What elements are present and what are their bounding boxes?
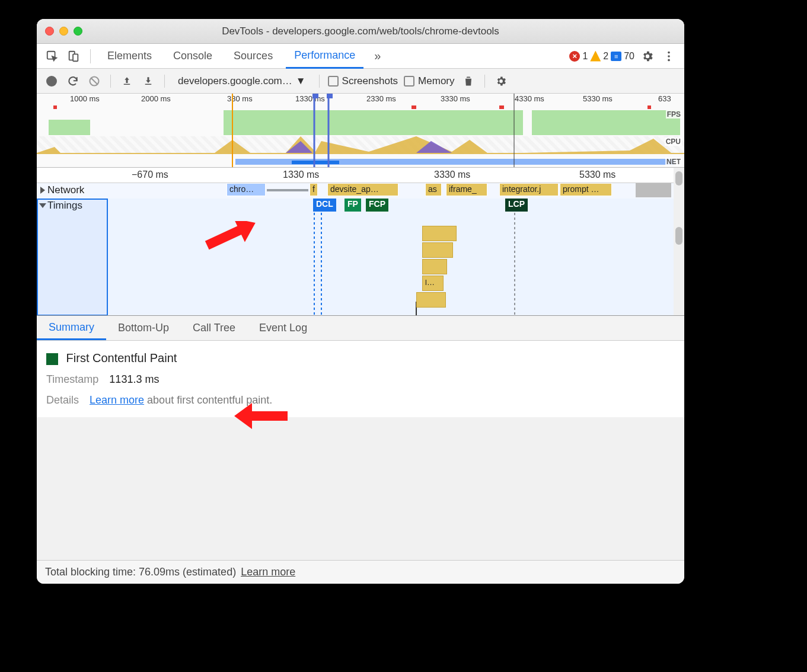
- tab-elements[interactable]: Elements: [99, 44, 160, 69]
- network-gap: [267, 189, 308, 191]
- svg-rect-13: [53, 105, 57, 109]
- network-item[interactable]: iframe_: [446, 183, 487, 196]
- timings-track[interactable]: Timings DCL FP FCP LCP l…: [37, 199, 674, 315]
- flame-scrollbar[interactable]: [674, 168, 684, 315]
- svg-rect-10: [49, 120, 90, 135]
- screenshots-checkbox[interactable]: Screenshots: [328, 75, 398, 87]
- long-task-bar[interactable]: l…: [422, 276, 444, 291]
- empty-area: [37, 417, 684, 560]
- load-profile-icon[interactable]: [119, 73, 135, 89]
- summary-pane: First Contentful Paint Timestamp 1131.3 …: [37, 341, 684, 417]
- svg-point-3: [668, 51, 670, 53]
- long-task-bar[interactable]: [422, 242, 453, 258]
- tab-performance[interactable]: Performance: [286, 44, 363, 69]
- svg-rect-12: [532, 110, 680, 135]
- error-icon: ×: [569, 51, 580, 62]
- long-task-bar[interactable]: [416, 292, 446, 308]
- message-count: 70: [624, 51, 634, 62]
- tabs-overflow-button[interactable]: »: [368, 44, 387, 69]
- window-title: DevTools - developers.google.com/web/too…: [37, 25, 684, 37]
- tab-sources[interactable]: Sources: [225, 44, 281, 69]
- save-profile-icon[interactable]: [141, 73, 156, 89]
- overview-timeline[interactable]: 1000 ms 2000 ms 330 ms 1330 ms 2330 ms 3…: [37, 94, 684, 168]
- svg-rect-11: [224, 110, 523, 135]
- footer-learn-more-link[interactable]: Learn more: [241, 566, 295, 578]
- timestamp-value: 1131.3 ms: [109, 373, 159, 386]
- svg-rect-8: [124, 84, 130, 85]
- summary-title-row: First Contentful Paint: [46, 351, 675, 365]
- overview-fps-label: FPS: [666, 110, 682, 119]
- scrollbar-thumb[interactable]: [675, 227, 682, 245]
- marker-fcp[interactable]: FCP: [366, 199, 388, 212]
- svg-rect-21: [312, 94, 318, 98]
- selection-outline: [37, 199, 108, 316]
- network-track-label[interactable]: Network: [37, 183, 108, 197]
- network-item[interactable]: integrator.j: [499, 183, 559, 196]
- inspect-element-icon[interactable]: [44, 48, 60, 65]
- record-button[interactable]: [44, 73, 59, 89]
- window-titlebar: DevTools - developers.google.com/web/too…: [37, 19, 684, 44]
- minimize-window-button[interactable]: [59, 27, 68, 36]
- svg-point-4: [668, 55, 670, 57]
- network-item[interactable]: f: [310, 183, 318, 196]
- svg-rect-15: [499, 105, 504, 109]
- fcp-legend-swatch: [46, 353, 58, 365]
- svg-rect-2: [73, 54, 78, 61]
- summary-title: First Contentful Paint: [66, 351, 177, 364]
- svg-rect-22: [327, 94, 333, 98]
- learn-more-link[interactable]: Learn more: [90, 394, 144, 406]
- flame-ruler: −670 ms 1330 ms 3330 ms 5330 ms: [37, 168, 674, 183]
- marker-lcp[interactable]: LCP: [505, 199, 528, 212]
- expand-icon: [40, 187, 45, 194]
- overview-cpu-label: CPU: [665, 137, 682, 146]
- capture-settings-gear-icon[interactable]: [493, 73, 509, 89]
- scrollbar-thumb[interactable]: [675, 171, 682, 185]
- settings-gear-icon[interactable]: [639, 48, 656, 65]
- timestamp-row: Timestamp 1131.3 ms: [46, 373, 675, 386]
- network-track[interactable]: Network chro… f devsite_ap… as iframe_ i…: [37, 183, 674, 199]
- collect-garbage-icon[interactable]: [461, 73, 476, 89]
- network-item[interactable]: prompt …: [560, 183, 612, 196]
- chevron-down-icon: ▼: [296, 75, 306, 87]
- marker-dcl[interactable]: DCL: [313, 199, 336, 212]
- devtools-window: DevTools - developers.google.com/web/too…: [37, 19, 684, 584]
- window-controls: [45, 27, 82, 36]
- recording-selector-label: developers.google.com…: [178, 75, 292, 87]
- overview-net-label: NET: [665, 158, 682, 166]
- svg-line-7: [91, 78, 98, 85]
- close-window-button[interactable]: [45, 27, 54, 36]
- network-item[interactable]: [636, 183, 671, 197]
- marker-fp[interactable]: FP: [345, 199, 361, 212]
- console-issue-counts[interactable]: × 1 2 ≡ 70: [569, 51, 634, 62]
- dtab-bottomup[interactable]: Bottom-Up: [106, 316, 181, 340]
- overview-chart: [37, 94, 684, 168]
- clear-button[interactable]: [87, 73, 102, 89]
- tab-console[interactable]: Console: [165, 44, 221, 69]
- zoom-window-button[interactable]: [74, 27, 82, 36]
- dtab-summary[interactable]: Summary: [37, 316, 106, 340]
- recording-selector[interactable]: developers.google.com… ▼: [173, 73, 311, 89]
- flamechart-area[interactable]: −670 ms 1330 ms 3330 ms 5330 ms Network …: [37, 168, 684, 316]
- network-item[interactable]: chro…: [227, 183, 266, 196]
- device-toolbar-icon[interactable]: [65, 48, 82, 65]
- long-task-bar[interactable]: [422, 259, 447, 274]
- status-footer: Total blocking time: 76.09ms (estimated)…: [37, 560, 684, 584]
- dtab-eventlog[interactable]: Event Log: [247, 316, 319, 340]
- total-blocking-time: Total blocking time: 76.09ms (estimated): [45, 566, 236, 578]
- svg-rect-9: [145, 84, 152, 85]
- error-count: 1: [582, 51, 588, 62]
- network-item[interactable]: as: [425, 183, 442, 196]
- svg-rect-16: [647, 105, 651, 109]
- long-task-bar[interactable]: [422, 226, 457, 241]
- kebab-menu-icon[interactable]: [661, 48, 677, 65]
- detail-tabbar: Summary Bottom-Up Call Tree Event Log: [37, 316, 684, 341]
- dtab-calltree[interactable]: Call Tree: [181, 316, 247, 340]
- devtools-tabbar: Elements Console Sources Performance » ×…: [37, 44, 684, 69]
- reload-record-button[interactable]: [65, 73, 81, 89]
- warning-count: 2: [603, 51, 608, 62]
- network-item[interactable]: devsite_ap…: [327, 183, 398, 196]
- performance-toolbar: developers.google.com… ▼ Screenshots Mem…: [37, 69, 684, 94]
- memory-checkbox[interactable]: Memory: [404, 75, 454, 87]
- svg-point-5: [668, 59, 670, 61]
- svg-rect-18: [292, 161, 339, 164]
